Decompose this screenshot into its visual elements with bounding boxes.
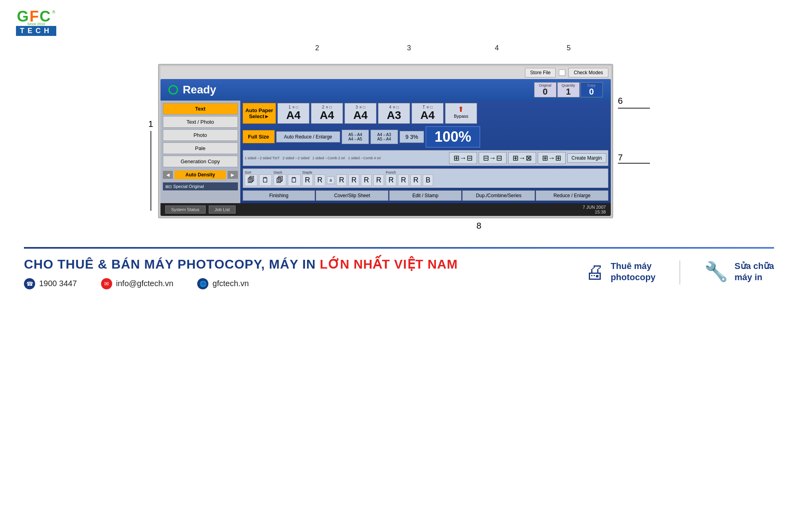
callout-1-area: 1	[148, 64, 158, 218]
bottom-section: CHO THUÊ & BÁN MÁY PHOTOCOPY, MÁY IN LỚN…	[0, 231, 798, 309]
special-original-icon: ⊞⊡	[165, 184, 172, 189]
original-counter: Original 0	[534, 82, 556, 97]
callout-2: 2	[315, 44, 319, 52]
density-right-btn[interactable]: ►	[228, 171, 238, 179]
callout-row: 2 3 4 5	[160, 44, 639, 64]
tray-3-btn[interactable]: 3 ≡ □ A4	[345, 103, 376, 124]
service-divider	[679, 261, 680, 285]
full-size-btn[interactable]: Full Size	[243, 130, 275, 143]
callout-1: 1	[148, 119, 153, 129]
duplex-opt-3[interactable]: ⊞→⊠	[508, 152, 536, 164]
duplex-opt-1[interactable]: ⊞→⊟	[449, 152, 477, 164]
staple-icon-1[interactable]: R	[302, 174, 313, 186]
tray-t-btn[interactable]: T ≡ □ A4	[412, 103, 444, 124]
auto-paper-select-btn[interactable]: Auto PaperSelect►	[243, 103, 276, 124]
staple4-icon-1[interactable]: R	[361, 174, 372, 186]
size-100-display: 100%	[426, 126, 480, 148]
tab-finishing[interactable]: Finishing	[243, 190, 315, 201]
sort-icons: 🗐 🗒	[245, 174, 272, 186]
a4-a3-btn[interactable]: A4→A3 A5→A4	[370, 130, 398, 144]
callout-8: 8	[476, 221, 481, 231]
sidebar-text-btn[interactable]: Text	[163, 103, 238, 115]
punch-icon-1[interactable]: R	[386, 174, 396, 186]
staple-icon-2[interactable]: R	[315, 174, 325, 186]
duplex-opt-2[interactable]: ⊟→⊟	[479, 152, 507, 164]
promo-divider	[24, 247, 774, 249]
staple2-icon-1[interactable]: a	[327, 176, 335, 184]
staple3-icon-1[interactable]: R	[336, 174, 347, 186]
a5-a4-btn[interactable]: A5→A4 A4→A5	[342, 130, 369, 144]
top-bar: Store File Check Modes	[160, 66, 611, 79]
service-photocopy-line1: Thuê máy	[611, 261, 655, 272]
staple-icons-2: a	[327, 176, 335, 184]
service-repair-line1: Sửa chữa	[735, 261, 774, 272]
ready-label: Ready	[183, 83, 216, 96]
staple3-icon-2[interactable]: R	[349, 174, 359, 186]
sort-icon-2[interactable]: 🗒	[259, 174, 272, 186]
staple-section: Staple R R	[302, 170, 325, 186]
tray-1-btn[interactable]: 1 ≡ □ A4	[277, 103, 309, 124]
status-datetime: 7 JUN 2007 15:38	[583, 205, 606, 214]
tray-t-size: A4	[416, 109, 439, 122]
email-icon: ✉	[101, 278, 112, 289]
punch-section-2: R B	[410, 170, 433, 186]
staple-section-4: R R	[361, 170, 384, 186]
logo-registered: ®	[52, 10, 55, 14]
auto-reduce-enlarge-btn[interactable]: Auto Reduce / Enlarge	[276, 131, 340, 142]
promo-row: CHO THUÊ & BÁN MÁY PHOTOCOPY, MÁY IN LỚN…	[24, 257, 774, 297]
callout-6: 6	[618, 96, 623, 106]
status-buttons: System Status Job List	[165, 206, 236, 214]
service-photocopy-line2: photocopy	[611, 272, 655, 283]
stack-label: Stack	[273, 170, 283, 174]
tray-2-btn[interactable]: 2 ≡ □ A4	[311, 103, 343, 124]
job-list-btn[interactable]: Job List	[209, 206, 236, 214]
duplex-4-icon: ⊞→⊞	[542, 154, 561, 162]
tab-dup-combine[interactable]: Dup./Combine/Series	[462, 190, 535, 201]
service-repair-label: Sửa chữa máy in	[735, 261, 774, 283]
tray-4-btn[interactable]: 4 ≡ □ A3	[378, 103, 410, 124]
duplex-desc-1: 1 sided→2 sided TtoT 2 sided→2 sided 1 s…	[245, 156, 381, 160]
stack-icon-2[interactable]: 🗒	[288, 174, 301, 186]
size-row: Full Size Auto Reduce / Enlarge A5→A4 A4…	[243, 126, 608, 148]
copier-screen: Ready Original 0 Quantity 1 Copy	[160, 79, 611, 216]
sort-icon-1[interactable]: 🗐	[245, 174, 257, 186]
status-time-val: 15:38	[583, 210, 606, 214]
logo-tech: TECH	[16, 26, 56, 36]
sidebar-generation-copy-btn[interactable]: Generation Copy	[163, 156, 238, 167]
stack-section: Stack 🗐 🗒	[273, 170, 301, 186]
services-row: 🖨 Thuê máy photocopy 🔧 Sửa chữa máy in	[585, 261, 774, 285]
tab-edit-stamp[interactable]: Edit / Stamp	[389, 190, 462, 201]
tab-reduce-enlarge[interactable]: Reduce / Enlarge	[536, 190, 608, 201]
bypass-btn[interactable]: ⬆ Bypass	[445, 103, 477, 124]
status-bar: System Status Job List 7 JUN 2007 15:38	[160, 203, 611, 216]
sidebar: Text Text / Photo Photo Pale Generation …	[160, 101, 240, 203]
header: GFC ® Since 2010 TECH	[0, 0, 798, 44]
sidebar-pale-btn[interactable]: Pale	[163, 142, 238, 154]
logo: GFC ® Since 2010 TECH	[16, 8, 56, 36]
punch2-icon-2[interactable]: B	[423, 174, 433, 186]
create-margin-btn[interactable]: Create Margin	[567, 153, 606, 163]
punch-icon-2[interactable]: R	[398, 174, 409, 186]
special-original[interactable]: ⊞⊡ Special Original	[163, 182, 238, 190]
store-file-button[interactable]: Store File	[525, 68, 556, 77]
tab-cover-slip[interactable]: Cover/Slip Sheet	[316, 190, 388, 201]
promo-highlight: LỚN NHẤT VIỆT NAM	[320, 257, 458, 271]
system-status-btn[interactable]: System Status	[165, 206, 206, 214]
photocopy-icon: 🖨	[585, 261, 604, 283]
duplex-opt-4[interactable]: ⊞→⊞	[538, 152, 566, 164]
main-diagram-area: 2 3 4 5 1 Store File Check Modes	[0, 44, 798, 231]
size-93-btn[interactable]: 9 3%	[400, 131, 424, 143]
sidebar-photo-btn[interactable]: Photo	[163, 129, 238, 141]
density-left-btn[interactable]: ◄	[163, 171, 173, 179]
punch2-icon-1[interactable]: R	[410, 174, 421, 186]
stack-icon-1[interactable]: 🗐	[273, 174, 286, 186]
punch-icons: R R	[386, 174, 409, 186]
staple4-icon-2[interactable]: R	[373, 174, 384, 186]
sidebar-text-photo-btn[interactable]: Text / Photo	[163, 116, 238, 128]
check-modes-button[interactable]: Check Modes	[568, 68, 608, 77]
callout-4: 4	[495, 44, 499, 52]
ready-bar: Ready Original 0 Quantity 1 Copy	[160, 79, 611, 101]
promo-main-text: CHO THUÊ & BÁN MÁY PHOTOCOPY, MÁY IN LỚN…	[24, 257, 458, 272]
ready-text: Ready	[168, 83, 216, 96]
callout-8-row: 8	[160, 221, 639, 231]
